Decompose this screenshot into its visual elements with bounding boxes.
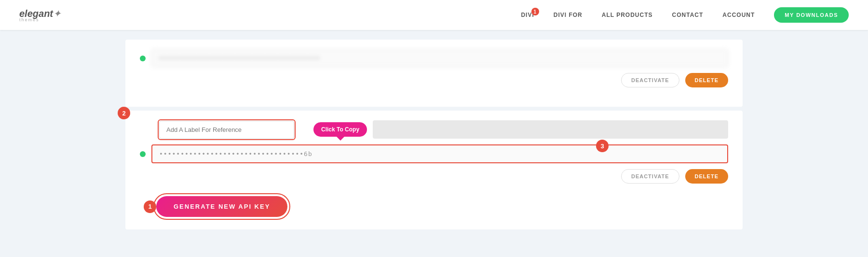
nav-item-divi[interactable]: DIVI 1 xyxy=(521,12,534,18)
main-nav: DIVI 1 DIVI FOR ALL PRODUCTS CONTACT ACC… xyxy=(521,7,849,23)
nav-badge-divi: 1 xyxy=(531,8,539,15)
api-key-1-card: DEACTIVATE DELETE xyxy=(125,40,743,107)
api-key-1-row xyxy=(140,49,728,67)
api-key-1-actions: DEACTIVATE DELETE xyxy=(140,73,728,87)
logo-area: elegant✦ themes xyxy=(19,8,61,22)
main-content: DEACTIVATE DELETE 2 Click To Copy 3 DEAC… xyxy=(0,30,868,243)
status-dot-2 xyxy=(140,151,146,157)
generate-area: 1 GENERATE NEW API KEY xyxy=(153,193,290,220)
label-input[interactable] xyxy=(159,121,294,139)
delete-button-2[interactable]: DELETE xyxy=(685,169,728,184)
deactivate-button-1[interactable]: DEACTIVATE xyxy=(621,73,679,87)
deactivate-button-2[interactable]: DEACTIVATE xyxy=(621,169,679,184)
nav-item-contact[interactable]: CONTACT xyxy=(672,12,704,18)
nav-item-divi-for[interactable]: DIVI FOR xyxy=(554,12,583,18)
label-row: Click To Copy xyxy=(140,120,728,139)
delete-button-1[interactable]: DELETE xyxy=(685,73,728,87)
label-input-wrapper xyxy=(159,121,294,139)
api-key-1-input[interactable] xyxy=(151,49,728,67)
copy-fill-area xyxy=(373,120,728,139)
step-badge-3: 3 xyxy=(596,140,609,152)
generate-button-wrapper: GENERATE NEW API KEY xyxy=(153,193,290,220)
header: elegant✦ themes DIVI 1 DIVI FOR ALL PROD… xyxy=(0,0,868,30)
api-key-2-actions: DEACTIVATE DELETE xyxy=(140,169,728,184)
step-badge-2: 2 xyxy=(118,107,130,119)
logo: elegant✦ themes xyxy=(19,8,61,22)
status-dot-1 xyxy=(140,56,146,61)
click-to-copy-button[interactable]: Click To Copy xyxy=(313,122,367,137)
my-downloads-button[interactable]: MY DOWNLOADS xyxy=(774,7,849,23)
generate-api-key-button[interactable]: GENERATE NEW API KEY xyxy=(156,196,287,217)
api-key-2-row xyxy=(140,144,728,163)
nav-item-account[interactable]: ACCOUNT xyxy=(722,12,755,18)
nav-item-all-products[interactable]: ALL PRODUCTS xyxy=(602,12,653,18)
api-key-2-input[interactable] xyxy=(151,144,728,163)
api-key-2-card: 2 Click To Copy 3 DEACTIVATE DELETE 1 G xyxy=(125,111,743,229)
